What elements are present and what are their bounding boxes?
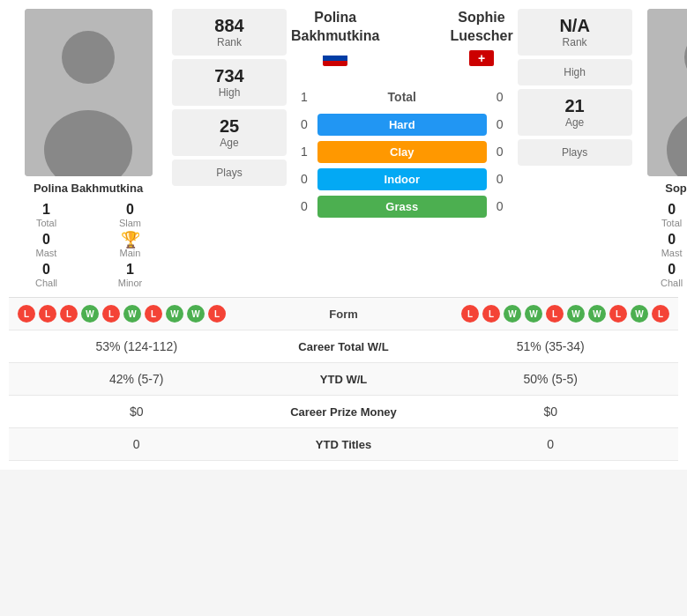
left-player-card: Polina Bakhmutkina 1 Total 0 Slam 0 Mast… xyxy=(9,9,168,288)
right-plays-box: Plays xyxy=(518,139,632,166)
right-high-box: High xyxy=(518,59,632,85)
form-badge-right: L xyxy=(482,305,500,323)
total-right-score: 0 xyxy=(487,90,513,104)
stats-left: 53% (124-112) xyxy=(18,339,256,353)
indoor-left-score: 0 xyxy=(291,172,317,186)
left-trophy-main: 🏆 Main xyxy=(93,232,168,258)
bottom-section: LLLWLWLWWL Form LLWWLWWLWL 53% (124-112)… xyxy=(9,297,678,461)
left-chall-label: Chall xyxy=(35,278,57,288)
grass-right-score: 0 xyxy=(487,199,513,213)
right-rank-box: N/A Rank xyxy=(518,9,632,56)
right-flag xyxy=(469,50,494,66)
left-middle-stats: 884 Rank 734 High 25 Age Plays xyxy=(168,9,291,186)
hard-right-score: 0 xyxy=(487,117,513,131)
left-flag-container xyxy=(291,50,379,70)
right-mast-stat: 0 Mast xyxy=(637,232,687,258)
court-row-total: 1 Total 0 xyxy=(291,85,513,108)
court-row-hard: 0 Hard 0 xyxy=(291,114,513,136)
right-age-value: 21 xyxy=(522,96,628,116)
left-total-value: 1 xyxy=(42,202,50,218)
total-label: Total xyxy=(317,85,487,108)
form-badge-right: W xyxy=(525,305,542,323)
stats-label: Career Total W/L xyxy=(256,340,432,353)
form-badge-left: W xyxy=(187,305,205,323)
left-main-label: Main xyxy=(120,248,141,258)
left-player-avatar xyxy=(25,9,153,176)
stats-row: 53% (124-112) Career Total W/L 51% (35-3… xyxy=(9,330,678,363)
grass-left-score: 0 xyxy=(291,199,317,213)
left-minor-stat: 1 Minor xyxy=(93,262,168,288)
right-mast-label: Mast xyxy=(661,248,683,258)
stats-right: 50% (5-5) xyxy=(432,372,670,386)
left-total-stat: 1 Total xyxy=(9,202,84,228)
left-chall-value: 0 xyxy=(42,262,50,278)
left-slam-stat: 0 Slam xyxy=(93,202,168,228)
svg-point-1 xyxy=(62,31,115,84)
left-age-box: 25 Age xyxy=(172,109,287,156)
stats-row: $0 Career Prize Money $0 xyxy=(9,396,678,428)
clay-label: Clay xyxy=(317,141,487,163)
stats-rows-container: 53% (124-112) Career Total W/L 51% (35-3… xyxy=(9,330,678,461)
hard-label: Hard xyxy=(317,114,487,136)
stats-row: 42% (5-7) YTD W/L 50% (5-5) xyxy=(9,363,678,396)
left-flag xyxy=(323,50,347,66)
right-total-stat: 0 Total xyxy=(637,202,687,228)
stats-right: 0 xyxy=(432,437,670,451)
courts-table: 1 Total 0 0 Hard 0 1 Clay 0 0 xyxy=(291,85,513,223)
left-mast-label: Mast xyxy=(36,248,57,258)
grass-label: Grass xyxy=(317,196,487,218)
right-age-box: 21 Age xyxy=(518,89,632,136)
main-container: Polina Bakhmutkina 1 Total 0 Slam 0 Mast… xyxy=(0,0,687,470)
right-total-value: 0 xyxy=(668,202,676,218)
right-flag-container xyxy=(450,50,512,66)
stats-label: YTD Titles xyxy=(256,438,432,451)
left-slam-value: 0 xyxy=(126,202,134,218)
stats-left: 42% (5-7) xyxy=(18,372,256,386)
left-mast-value: 0 xyxy=(42,232,50,248)
form-badge-left: L xyxy=(145,305,162,323)
right-plays-label: Plays xyxy=(522,146,628,159)
form-badge-right: W xyxy=(631,305,648,323)
right-player-name: Sophie Luescher xyxy=(665,182,687,195)
clay-right-score: 0 xyxy=(487,145,513,159)
form-badge-right: L xyxy=(461,305,479,323)
left-trophy-icon: 🏆 xyxy=(121,232,140,248)
stats-row: 0 YTD Titles 0 xyxy=(9,428,678,461)
left-plays-label: Plays xyxy=(176,167,282,179)
left-minor-value: 1 xyxy=(126,262,134,278)
left-high-box: 734 High xyxy=(172,59,287,106)
left-rank-value: 884 xyxy=(176,16,282,36)
form-badge-right: L xyxy=(546,305,564,323)
stats-right: 51% (35-34) xyxy=(432,339,670,353)
right-mast-value: 0 xyxy=(668,232,676,248)
form-badge-left: L xyxy=(18,305,35,323)
right-player-avatar xyxy=(647,9,687,176)
center-column: Polina Bakhmutkina Sophie Luescher xyxy=(291,9,513,223)
right-player-card: Sophie Luescher 0 Total 0 Slam 0 Mast 🏆 … xyxy=(637,9,687,288)
center-left-name: Polina Bakhmutkina xyxy=(291,9,379,46)
left-player-stats: 1 Total 0 Slam 0 Mast 🏆 Main 0 Chall xyxy=(9,202,168,288)
court-row-indoor: 0 Indoor 0 xyxy=(291,168,513,190)
total-left-score: 1 xyxy=(291,90,317,104)
form-label: Form xyxy=(282,308,406,321)
left-form-badges: LLLWLWLWWL xyxy=(18,305,282,323)
top-section: Polina Bakhmutkina 1 Total 0 Slam 0 Mast… xyxy=(9,9,678,288)
left-plays-box: Plays xyxy=(172,160,287,186)
left-slam-label: Slam xyxy=(119,218,141,228)
right-chall-stat: 0 Chall xyxy=(637,262,687,288)
stats-left: $0 xyxy=(18,404,256,419)
form-badge-left: L xyxy=(60,305,78,323)
form-badge-right: W xyxy=(504,305,521,323)
indoor-right-score: 0 xyxy=(487,172,513,186)
stats-label: Career Prize Money xyxy=(256,405,432,419)
right-total-label: Total xyxy=(661,218,682,228)
form-badge-right: L xyxy=(609,305,627,323)
stats-label: YTD W/L xyxy=(256,373,432,386)
right-chall-value: 0 xyxy=(668,262,676,278)
left-high-value: 734 xyxy=(176,66,282,86)
indoor-label: Indoor xyxy=(317,168,487,190)
form-badge-left: W xyxy=(166,305,183,323)
left-rank-label: Rank xyxy=(176,36,282,48)
right-chall-label: Chall xyxy=(661,278,683,288)
form-badge-left: W xyxy=(81,305,99,323)
